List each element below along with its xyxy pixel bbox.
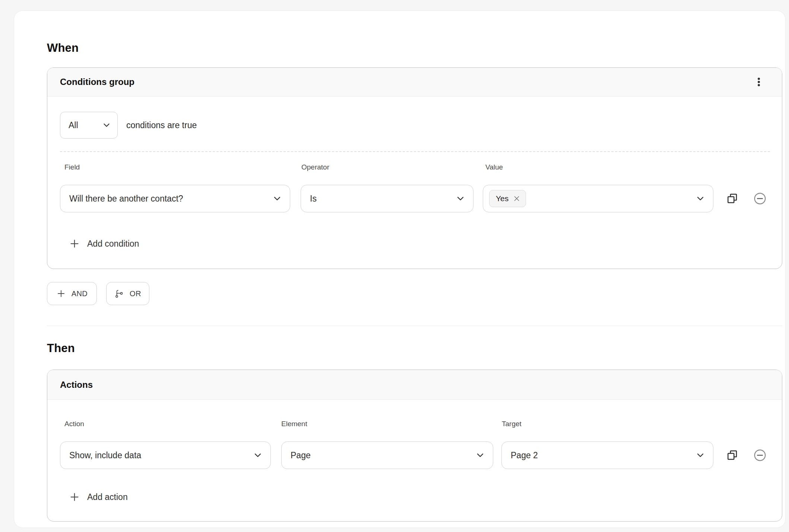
- actions-group-header: Actions: [47, 370, 782, 400]
- duplicate-icon: [726, 193, 738, 205]
- kebab-menu-icon: [753, 76, 764, 88]
- match-type-value: All: [69, 120, 78, 130]
- operator-select[interactable]: Is: [301, 185, 473, 212]
- match-type-select[interactable]: All: [60, 112, 118, 139]
- duplicate-condition-button[interactable]: [725, 191, 740, 206]
- duplicate-action-button[interactable]: [725, 447, 740, 463]
- section-divider: [47, 326, 782, 326]
- or-button-label: OR: [130, 289, 141, 298]
- chevron-down-icon: [475, 450, 485, 460]
- operator-column-label: Operator: [301, 163, 329, 171]
- then-heading: Then: [47, 342, 75, 355]
- duplicate-icon: [726, 449, 738, 461]
- conditions-group-header: Conditions group: [47, 68, 782, 96]
- conditions-group-menu-button[interactable]: [751, 73, 767, 91]
- remove-action-button[interactable]: [752, 447, 768, 463]
- conditions-dashed-divider: [60, 151, 770, 152]
- value-tag-label: Yes: [496, 194, 508, 203]
- value-select[interactable]: Yes: [483, 185, 713, 212]
- x-icon: [513, 194, 521, 203]
- when-heading: When: [47, 41, 79, 55]
- conditions-group-card: Conditions group All conditions are tr: [47, 67, 782, 269]
- value-tag: Yes: [489, 190, 526, 207]
- action-select[interactable]: Show, include data: [60, 441, 271, 469]
- chevron-down-icon: [695, 193, 706, 204]
- and-button-label: AND: [72, 289, 88, 298]
- element-column-label: Element: [281, 420, 307, 428]
- chevron-down-icon: [455, 193, 466, 204]
- branch-icon: [114, 289, 124, 298]
- add-condition-button[interactable]: Add condition: [69, 235, 139, 253]
- logic-editor-panel: When Conditions group All: [14, 10, 786, 528]
- actions-group-title: Actions: [60, 380, 93, 390]
- field-select[interactable]: Will there be another contact?: [60, 185, 290, 212]
- add-condition-label: Add condition: [87, 239, 139, 249]
- add-action-button[interactable]: Add action: [69, 488, 128, 506]
- operator-select-value: Is: [310, 194, 317, 204]
- element-select[interactable]: Page: [281, 441, 493, 469]
- target-column-label: Target: [502, 420, 522, 428]
- minus-circle-icon: [753, 449, 767, 462]
- actions-group-card: Actions Action Element Target Show, incl…: [47, 370, 782, 522]
- target-select[interactable]: Page 2: [501, 441, 713, 469]
- add-action-label: Add action: [87, 492, 128, 502]
- chevron-down-icon: [102, 120, 111, 130]
- chevron-down-icon: [272, 193, 282, 204]
- logic-buttons-row: AND OR: [47, 282, 149, 305]
- value-tag-remove-button[interactable]: [513, 194, 521, 203]
- chevron-down-icon: [253, 450, 263, 460]
- plus-icon: [69, 238, 80, 249]
- element-select-value: Page: [291, 450, 311, 460]
- action-column-label: Action: [64, 420, 84, 428]
- plus-icon: [69, 491, 80, 503]
- value-column-label: Value: [485, 163, 503, 171]
- action-select-value: Show, include data: [69, 450, 141, 460]
- plus-icon: [56, 289, 66, 298]
- remove-condition-button[interactable]: [752, 191, 768, 206]
- target-select-value: Page 2: [511, 450, 538, 460]
- minus-circle-icon: [753, 192, 767, 205]
- field-select-value: Will there be another contact?: [69, 194, 183, 204]
- add-or-group-button[interactable]: OR: [106, 282, 149, 305]
- chevron-down-icon: [695, 450, 706, 460]
- field-column-label: Field: [64, 163, 80, 171]
- add-and-group-button[interactable]: AND: [47, 282, 97, 305]
- conditions-group-title: Conditions group: [60, 77, 134, 87]
- match-type-suffix-text: conditions are true: [126, 112, 197, 139]
